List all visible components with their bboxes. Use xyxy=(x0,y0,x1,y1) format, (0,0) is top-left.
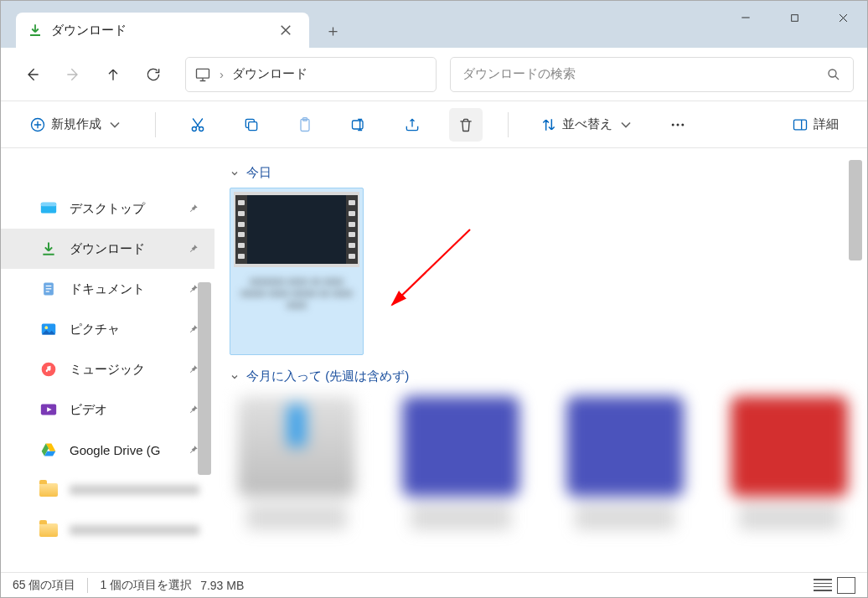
file-item-blurred[interactable] xyxy=(722,396,856,539)
monitor-icon xyxy=(194,66,211,83)
sidebar-item-label: ピクチャ xyxy=(70,322,176,338)
sidebar-item-downloads[interactable]: ダウンロード xyxy=(1,229,214,269)
view-list-button[interactable] xyxy=(814,577,832,594)
sidebar-item-desktop[interactable]: デスクトップ xyxy=(1,188,214,229)
tab-downloads[interactable]: ダウンロード xyxy=(16,13,309,48)
svg-point-11 xyxy=(677,123,679,126)
document-icon xyxy=(39,280,58,298)
view-grid-button[interactable] xyxy=(837,577,855,594)
tab-title: ダウンロード xyxy=(51,23,266,39)
group-header-month[interactable]: 今月に入って (先週は含めず) xyxy=(230,369,864,384)
desktop-icon xyxy=(39,199,58,218)
path-box[interactable]: › ダウンロード xyxy=(185,57,437,92)
chevron-down-icon xyxy=(230,372,240,382)
file-item-blurred[interactable] xyxy=(558,396,692,539)
music-icon xyxy=(39,360,58,379)
file-item-selected[interactable]: xxxxxxx xxxx xx xxxx xxxxx xxxx xxxxx xx… xyxy=(230,188,364,355)
group-header-today[interactable]: 今日 xyxy=(230,165,864,181)
chevron-down-icon xyxy=(230,168,240,178)
plus-circle-icon xyxy=(29,116,46,133)
path-current: ダウンロード xyxy=(232,66,307,82)
chevron-down-icon xyxy=(617,116,634,133)
sidebar-item-label-blurred xyxy=(70,485,199,495)
sidebar-item-google-drive[interactable]: Google Drive (G xyxy=(1,430,214,470)
svg-rect-1 xyxy=(197,69,209,78)
back-button[interactable] xyxy=(14,56,51,93)
svg-point-12 xyxy=(681,123,684,126)
copy-button[interactable] xyxy=(235,108,268,142)
sidebar-item-label: ミュージック xyxy=(70,362,176,378)
sidebar-item-label: ビデオ xyxy=(70,402,176,418)
file-name-blurred: xxxxxxx xxxx xx xxxx xxxxx xxxx xxxxx xx… xyxy=(234,271,359,351)
body: デスクトップ ダウンロード ドキュメント ピクチャ ミュージック ビデオ xyxy=(1,148,867,574)
forward-button[interactable] xyxy=(54,56,91,93)
sidebar-item-label: Google Drive (G xyxy=(70,443,176,457)
video-thumbnail xyxy=(234,192,359,267)
search-placeholder: ダウンロードの検索 xyxy=(462,66,826,82)
details-pane-button[interactable]: 詳細 xyxy=(785,108,845,142)
pictures-icon xyxy=(39,320,58,338)
svg-rect-9 xyxy=(353,121,364,129)
delete-button[interactable] xyxy=(449,108,483,142)
close-button[interactable] xyxy=(819,1,867,34)
share-button[interactable] xyxy=(395,108,429,142)
google-drive-icon xyxy=(39,441,58,459)
separator xyxy=(87,578,88,593)
svg-rect-17 xyxy=(46,286,52,286)
cut-button[interactable] xyxy=(181,108,214,142)
blurred-files-row xyxy=(230,396,864,539)
sidebar-item-label: ドキュメント xyxy=(70,281,176,297)
new-label: 新規作成 xyxy=(51,116,101,132)
svg-rect-0 xyxy=(791,14,798,21)
svg-rect-18 xyxy=(46,288,52,289)
file-item-blurred[interactable] xyxy=(230,396,364,539)
status-selected: 1 個の項目を選択 xyxy=(100,578,192,593)
toolbar: 新規作成 並べ替え 詳細 xyxy=(1,101,867,148)
pin-icon xyxy=(188,243,199,255)
chevron-down-icon xyxy=(106,116,123,133)
svg-point-2 xyxy=(829,70,836,77)
up-button[interactable] xyxy=(95,56,132,93)
separator xyxy=(508,112,509,137)
window-controls xyxy=(721,1,867,34)
address-bar: › ダウンロード ダウンロードの検索 xyxy=(1,48,867,101)
new-tab-button[interactable] xyxy=(316,14,349,48)
sidebar-item-pictures[interactable]: ピクチャ xyxy=(1,309,214,349)
download-icon xyxy=(39,240,58,258)
details-icon xyxy=(792,116,809,133)
paste-button[interactable] xyxy=(288,108,322,142)
search-box[interactable]: ダウンロードの検索 xyxy=(450,57,854,92)
refresh-button[interactable] xyxy=(135,56,172,93)
sidebar-scrollbar[interactable] xyxy=(198,282,211,475)
details-label: 詳細 xyxy=(814,116,839,132)
pin-icon xyxy=(188,203,199,214)
sidebar-item-folder[interactable] xyxy=(1,470,214,510)
svg-rect-13 xyxy=(794,120,807,130)
sidebar: デスクトップ ダウンロード ドキュメント ピクチャ ミュージック ビデオ xyxy=(1,148,214,574)
group-label: 今月に入って (先週は含めず) xyxy=(246,369,409,384)
sidebar-item-videos[interactable]: ビデオ xyxy=(1,389,214,430)
status-item-count: 65 個の項目 xyxy=(13,578,75,593)
svg-point-21 xyxy=(44,326,48,329)
minimize-button[interactable] xyxy=(721,1,770,34)
tab-close-button[interactable] xyxy=(274,18,297,42)
sidebar-item-music[interactable]: ミュージック xyxy=(1,349,214,389)
more-button[interactable] xyxy=(661,108,695,142)
file-item-blurred[interactable] xyxy=(394,396,528,539)
separator xyxy=(155,112,156,137)
svg-rect-6 xyxy=(249,121,257,130)
sidebar-item-documents[interactable]: ドキュメント xyxy=(1,269,214,309)
new-button[interactable]: 新規作成 xyxy=(23,108,130,142)
svg-point-4 xyxy=(192,126,196,131)
sort-icon xyxy=(540,116,557,133)
sidebar-item-folder[interactable] xyxy=(1,510,214,550)
svg-point-5 xyxy=(199,126,204,131)
download-icon xyxy=(28,23,43,38)
svg-rect-19 xyxy=(46,291,49,292)
main-scrollbar[interactable] xyxy=(849,160,862,260)
folder-icon xyxy=(39,521,58,539)
sidebar-item-label: ダウンロード xyxy=(70,241,176,257)
rename-button[interactable] xyxy=(342,108,375,142)
sort-button[interactable]: 並べ替え xyxy=(534,108,641,142)
maximize-button[interactable] xyxy=(770,1,819,34)
